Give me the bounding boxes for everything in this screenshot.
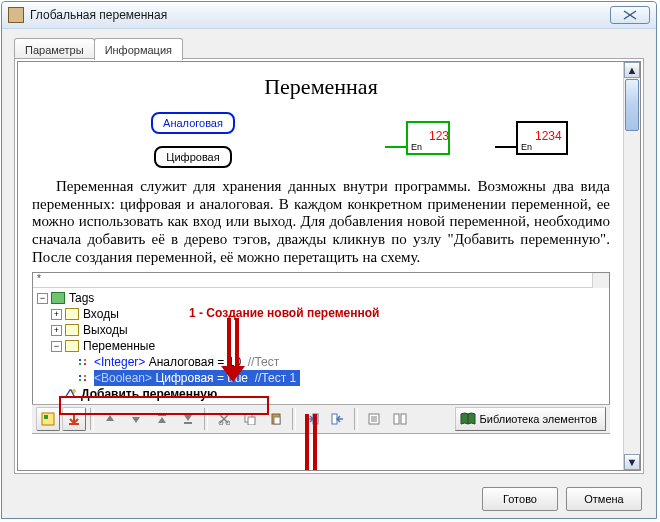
titlebar[interactable]: Глобальная переменная (2, 2, 656, 29)
tree-var-boolean[interactable]: <Boolean> Цифровая = true //Тест 1 (65, 370, 605, 386)
svg-rect-25 (69, 423, 79, 425)
expand-icon[interactable]: + (51, 309, 62, 320)
tool-button[interactable] (362, 407, 386, 431)
svg-rect-33 (274, 417, 280, 424)
ok-button[interactable]: Готово (482, 487, 558, 511)
vertical-scrollbar[interactable]: ▲ ▼ (623, 62, 640, 470)
scroll-up-icon[interactable]: ▲ (624, 62, 640, 78)
folder-icon (65, 324, 79, 336)
collapse-icon[interactable]: − (51, 341, 62, 352)
tags-icon (51, 292, 65, 304)
annotation-arrow-icon (221, 318, 245, 384)
svg-rect-11 (79, 363, 81, 365)
svg-rect-14 (84, 375, 86, 377)
tags-tree: * − Tags + Входы + (32, 272, 610, 434)
scroll-down-icon[interactable]: ▼ (624, 454, 640, 470)
page-title: Переменная (32, 74, 610, 100)
collapse-icon[interactable]: − (37, 293, 48, 304)
folder-icon (65, 340, 79, 352)
content-area: Переменная Аналоговая Цифровая 123 En (18, 62, 624, 470)
expand-icon[interactable]: + (51, 325, 62, 336)
svg-rect-12 (84, 363, 86, 365)
content-frame: ▲ ▼ Переменная Аналоговая Цифровая (17, 61, 641, 471)
window-title: Глобальная переменная (30, 8, 610, 22)
book-icon (460, 412, 476, 426)
svg-rect-8 (76, 356, 90, 368)
svg-text:En: En (521, 142, 532, 152)
svg-rect-38 (401, 414, 406, 424)
annotation-step1: 1 - Создание новой переменной (189, 306, 379, 320)
tab-parameters[interactable]: Параметры (14, 38, 95, 60)
svg-rect-31 (248, 417, 255, 425)
svg-rect-24 (44, 415, 48, 419)
dialog-window: Глобальная переменная Параметры Информац… (1, 1, 657, 519)
var-icon (76, 372, 90, 384)
tree-var-integer[interactable]: <Integer> Аналоговая = 10 //Тест (65, 354, 605, 370)
library-button[interactable]: Библиотека элементов (455, 407, 606, 431)
var-icon (76, 356, 90, 368)
svg-rect-9 (79, 359, 81, 361)
svg-text:1234: 1234 (535, 129, 562, 143)
annotation-box (59, 396, 269, 415)
tree-node-outputs[interactable]: + Выходы (51, 322, 605, 338)
svg-rect-15 (79, 379, 81, 381)
block-analog-icon: 123 En (385, 116, 455, 160)
tool-button[interactable] (388, 407, 412, 431)
dialog-footer: Готово Отмена (2, 480, 656, 518)
scroll-thumb[interactable] (625, 79, 639, 131)
tool-button[interactable] (326, 407, 350, 431)
tab-body: ▲ ▼ Переменная Аналоговая Цифровая (14, 58, 644, 474)
app-icon (8, 7, 24, 23)
pill-digital: Цифровая (154, 146, 231, 168)
tab-information[interactable]: Информация (94, 38, 183, 60)
description-text: Переменная служит для хранения данных вн… (32, 178, 610, 266)
annotation-arrow-icon (303, 414, 319, 470)
tree-header: * (33, 273, 609, 288)
svg-point-17 (73, 390, 76, 393)
pill-analog: Аналоговая (151, 112, 235, 134)
tab-strip: Параметры Информация (14, 38, 182, 60)
folder-icon (65, 308, 79, 320)
tree-root[interactable]: − Tags (37, 290, 605, 306)
tool-button[interactable] (36, 407, 60, 431)
close-icon[interactable] (610, 6, 650, 24)
svg-rect-37 (394, 414, 399, 424)
svg-text:123: 123 (429, 129, 449, 143)
tree-node-variables[interactable]: − Переменные (51, 338, 605, 354)
svg-text:En: En (411, 142, 422, 152)
svg-rect-16 (84, 379, 86, 381)
block-digital-icon: 1234 En (495, 116, 573, 160)
svg-marker-20 (221, 366, 245, 382)
svg-rect-27 (184, 422, 192, 424)
svg-rect-13 (79, 375, 81, 377)
svg-rect-10 (84, 359, 86, 361)
cancel-button[interactable]: Отмена (566, 487, 642, 511)
